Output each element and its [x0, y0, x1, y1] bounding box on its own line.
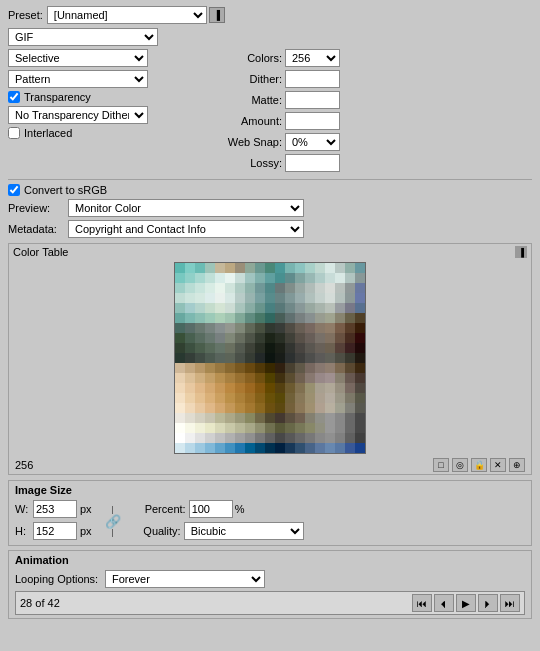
color-cell[interactable]	[355, 423, 365, 433]
color-cell[interactable]	[275, 373, 285, 383]
color-cell[interactable]	[325, 323, 335, 333]
color-cell[interactable]	[305, 423, 315, 433]
color-cell[interactable]	[295, 353, 305, 363]
color-cell[interactable]	[245, 343, 255, 353]
color-cell[interactable]	[255, 413, 265, 423]
color-cell[interactable]	[275, 353, 285, 363]
color-cell[interactable]	[285, 423, 295, 433]
color-cell[interactable]	[215, 333, 225, 343]
quality-select[interactable]: Bicubic	[184, 522, 304, 540]
color-cell[interactable]	[265, 423, 275, 433]
color-cell[interactable]	[265, 303, 275, 313]
color-cell[interactable]	[295, 393, 305, 403]
color-cell[interactable]	[265, 283, 275, 293]
color-cell[interactable]	[305, 403, 315, 413]
color-cell[interactable]	[335, 313, 345, 323]
color-cell[interactable]	[325, 303, 335, 313]
color-cell[interactable]	[295, 383, 305, 393]
color-cell[interactable]	[175, 353, 185, 363]
color-cell[interactable]	[235, 443, 245, 453]
color-cell[interactable]	[265, 433, 275, 443]
color-cell[interactable]	[245, 363, 255, 373]
color-cell[interactable]	[255, 343, 265, 353]
color-cell[interactable]	[355, 363, 365, 373]
color-cell[interactable]	[305, 443, 315, 453]
color-cell[interactable]	[315, 323, 325, 333]
color-cell[interactable]	[225, 353, 235, 363]
color-cell[interactable]	[205, 403, 215, 413]
color-cell[interactable]	[225, 423, 235, 433]
color-cell[interactable]	[285, 373, 295, 383]
color-cell[interactable]	[315, 303, 325, 313]
color-cell[interactable]	[225, 413, 235, 423]
color-cell[interactable]	[255, 423, 265, 433]
color-cell[interactable]	[345, 353, 355, 363]
color-cell[interactable]	[305, 363, 315, 373]
color-cell[interactable]	[335, 263, 345, 273]
color-cell[interactable]	[325, 343, 335, 353]
play-button[interactable]: ▶	[456, 594, 476, 612]
color-cell[interactable]	[175, 263, 185, 273]
color-cell[interactable]	[285, 293, 295, 303]
color-cell[interactable]	[175, 413, 185, 423]
color-cell[interactable]	[175, 363, 185, 373]
color-cell[interactable]	[215, 343, 225, 353]
color-cell[interactable]	[175, 393, 185, 403]
format-select[interactable]: GIF	[8, 28, 158, 46]
color-cell[interactable]	[175, 333, 185, 343]
color-cell[interactable]	[275, 273, 285, 283]
delete-color-icon[interactable]: ✕	[490, 458, 506, 472]
color-cell[interactable]	[255, 373, 265, 383]
color-cell[interactable]	[305, 323, 315, 333]
color-cell[interactable]	[185, 333, 195, 343]
color-cell[interactable]	[325, 273, 335, 283]
color-cell[interactable]	[235, 343, 245, 353]
color-cell[interactable]	[225, 373, 235, 383]
color-cell[interactable]	[325, 383, 335, 393]
color-cell[interactable]	[275, 443, 285, 453]
color-cell[interactable]	[325, 353, 335, 363]
color-cell[interactable]	[185, 373, 195, 383]
color-cell[interactable]	[185, 273, 195, 283]
color-cell[interactable]	[315, 393, 325, 403]
color-cell[interactable]	[255, 393, 265, 403]
color-cell[interactable]	[315, 363, 325, 373]
color-cell[interactable]	[275, 343, 285, 353]
color-cell[interactable]	[215, 373, 225, 383]
color-cell[interactable]	[255, 353, 265, 363]
color-cell[interactable]	[235, 273, 245, 283]
color-cell[interactable]	[335, 273, 345, 283]
color-cell[interactable]	[335, 323, 345, 333]
color-cell[interactable]	[225, 263, 235, 273]
color-cell[interactable]	[265, 413, 275, 423]
select-color-icon[interactable]: ◎	[452, 458, 468, 472]
color-cell[interactable]	[335, 373, 345, 383]
color-cell[interactable]	[315, 423, 325, 433]
color-cell[interactable]	[195, 353, 205, 363]
color-cell[interactable]	[235, 293, 245, 303]
color-cell[interactable]	[225, 323, 235, 333]
color-cell[interactable]	[345, 303, 355, 313]
color-cell[interactable]	[265, 383, 275, 393]
color-cell[interactable]	[195, 393, 205, 403]
color-cell[interactable]	[175, 373, 185, 383]
color-cell[interactable]	[215, 363, 225, 373]
color-cell[interactable]	[205, 343, 215, 353]
color-cell[interactable]	[205, 373, 215, 383]
color-cell[interactable]	[175, 383, 185, 393]
color-cell[interactable]	[255, 333, 265, 343]
color-cell[interactable]	[215, 383, 225, 393]
color-cell[interactable]	[195, 283, 205, 293]
color-cell[interactable]	[315, 313, 325, 323]
color-cell[interactable]	[295, 313, 305, 323]
color-cell[interactable]	[235, 433, 245, 443]
color-cell[interactable]	[265, 313, 275, 323]
color-cell[interactable]	[245, 413, 255, 423]
color-cell[interactable]	[255, 283, 265, 293]
color-cell[interactable]	[205, 313, 215, 323]
color-cell[interactable]	[345, 373, 355, 383]
color-cell[interactable]	[275, 393, 285, 403]
color-cell[interactable]	[335, 443, 345, 453]
color-cell[interactable]	[215, 423, 225, 433]
color-cell[interactable]	[295, 413, 305, 423]
